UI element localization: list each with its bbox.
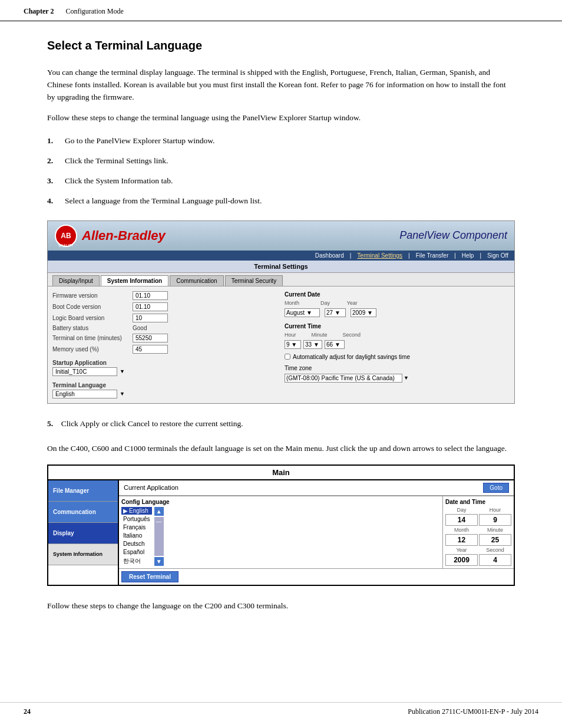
mp-month-value: 12 xyxy=(445,534,478,546)
terminal-lang-label: Terminal Language xyxy=(52,382,277,388)
second-select[interactable]: 66 ▼ xyxy=(325,340,345,349)
mp-bottom: Reset Terminal xyxy=(119,568,514,585)
mp-lang-selected-arrow: ▶ xyxy=(123,508,128,514)
step-5: 5. Click Apply or click Cancel to restor… xyxy=(47,418,515,430)
month-label: Month xyxy=(285,300,299,306)
mp-nav-system-info-label: System Information xyxy=(53,551,103,557)
mp-nav-communication-label: Communcation xyxy=(53,509,96,515)
mp-left-nav: File Manager Communcation Display System… xyxy=(48,480,119,585)
mp-hour-label: Hour xyxy=(479,507,511,513)
terminal-lang-dropdown-icon[interactable]: ▼ xyxy=(120,391,125,397)
tz-dropdown-icon[interactable]: ▼ xyxy=(404,375,409,381)
logic-board-label: Logic Board version xyxy=(52,315,129,321)
hour-label: Hour xyxy=(285,332,296,338)
steps-intro: Follow these steps to change the termina… xyxy=(47,112,515,124)
nav-terminal-settings[interactable]: Terminal Settings xyxy=(357,252,402,259)
page-footer: 24 Publication 2711C-UM001I-EN-P - July … xyxy=(0,702,562,716)
tab-communication[interactable]: Communication xyxy=(170,275,223,286)
mp-scroll-bar: — xyxy=(154,517,164,556)
mp-goto-button[interactable]: Goto xyxy=(483,483,509,493)
mp-year-label: Year xyxy=(445,547,478,553)
memory-value: 45 xyxy=(133,345,168,354)
tz-label: Time zone xyxy=(285,365,510,371)
battery-row: Battery status Good xyxy=(52,325,277,331)
step-2: 2. Click the Terminal Settings link. xyxy=(47,155,515,167)
page-number: 24 xyxy=(24,707,31,716)
battery-label: Battery status xyxy=(52,325,129,331)
main-panel: Main File Manager Communcation Display S… xyxy=(47,465,515,586)
mp-reset-terminal-button[interactable]: Reset Terminal xyxy=(121,571,178,582)
nav-file-transfer[interactable]: File Transfer xyxy=(416,252,449,259)
dst-row: Automatically adjust for daylight saving… xyxy=(285,354,510,360)
year-select[interactable]: 2009 ▼ xyxy=(351,308,376,317)
ts-left-col: Firmware version 01.10 Boot Code version… xyxy=(52,291,277,398)
mp-date-header: Date and Time xyxy=(445,499,511,505)
date-selects: August ▼ 27 ▼ 2009 ▼ xyxy=(285,308,510,317)
mp-nav-display[interactable]: Display xyxy=(48,523,118,544)
second-label: Second xyxy=(343,332,361,338)
mp-second-label: Second xyxy=(479,547,511,553)
hour-select[interactable]: 9 ▼ xyxy=(285,340,301,349)
section-title: Select a Terminal Language xyxy=(47,39,515,52)
tab-system-information[interactable]: System Information xyxy=(101,275,168,286)
publication-info: Publication 2711C-UM001I-EN-P - July 201… xyxy=(408,707,538,716)
startup-app-section: Startup Application Initial_T10C ▼ xyxy=(52,357,277,376)
terminal-lang-select[interactable]: English xyxy=(52,390,117,398)
dst-checkbox[interactable] xyxy=(285,354,290,360)
step-3: 3. Click the System Information tab. xyxy=(47,175,515,187)
step-1: 1. Go to the PanelView Explorer Startup … xyxy=(47,135,515,147)
mp-lang-portugues[interactable]: Português xyxy=(121,515,152,523)
nav-help[interactable]: Help xyxy=(462,252,474,259)
mp-day-label: Day xyxy=(445,507,478,513)
ab-header: AB Allen-Bradley PanelView Component xyxy=(48,221,514,251)
mp-date-grid: Day Hour 14 9 Month Minute 12 25 Year Se… xyxy=(445,507,511,566)
mp-minute-value: 25 xyxy=(479,534,511,546)
memory-row: Memory used (%) 45 xyxy=(52,345,277,354)
mp-nav-file-manager[interactable]: File Manager xyxy=(48,480,118,502)
mp-mid-section: Config Language ▶ English Português Fran… xyxy=(119,496,514,568)
mp-scroll-down[interactable]: ▼ xyxy=(154,557,164,566)
startup-app-select[interactable]: Initial_T10C xyxy=(52,367,117,376)
para-2: On the C400, C600 and C1000 terminals th… xyxy=(47,443,515,455)
step-4-text: Select a language from the Terminal Lang… xyxy=(65,195,262,207)
mp-nav-communication[interactable]: Communcation xyxy=(48,502,118,523)
tz-select[interactable]: (GMT-08:00) Pacific Time (US & Canada) xyxy=(285,374,402,383)
boot-code-label: Boot Code version xyxy=(52,304,129,310)
mp-lang-espanol[interactable]: Español xyxy=(121,548,152,556)
tab-terminal-security[interactable]: Terminal Security xyxy=(225,275,283,286)
mp-lang-italiano[interactable]: Italiano xyxy=(121,532,152,539)
current-date-label: Current Date xyxy=(285,291,510,298)
mp-scroll-btns: ▲ — ▼ xyxy=(154,507,164,566)
mp-scroll-up[interactable]: ▲ xyxy=(154,507,164,516)
ab-screenshot-panel: AB Allen-Bradley PanelView Component Das… xyxy=(47,220,515,404)
step-4-num: 4. xyxy=(47,195,59,207)
tz-select-row: (GMT-08:00) Pacific Time (US & Canada) ▼ xyxy=(285,374,510,383)
firmware-row: Firmware version 01.10 xyxy=(52,291,277,300)
mp-nav-file-manager-label: File Manager xyxy=(53,487,89,494)
current-time-label: Current Time xyxy=(285,323,510,330)
mp-lang-english[interactable]: ▶ English xyxy=(121,507,152,515)
mp-lang-deutsch[interactable]: Deutsch xyxy=(121,540,152,548)
ab-brand-name: Allen-Bradley xyxy=(82,228,166,243)
step-1-num: 1. xyxy=(47,135,59,147)
mp-year-value: 2009 xyxy=(445,554,478,566)
step-2-num: 2. xyxy=(47,155,59,167)
minute-select[interactable]: 33 ▼ xyxy=(303,340,322,349)
ts-right-col: Current Date Month Day Year August ▼ 27 … xyxy=(277,291,510,398)
tab-display-input[interactable]: Display/Input xyxy=(52,275,100,286)
step-4: 4. Select a language from the Terminal L… xyxy=(47,195,515,207)
mp-lang-francais[interactable]: Français xyxy=(121,523,152,531)
nav-dashboard[interactable]: Dashboard xyxy=(315,252,344,259)
mp-lang-korean[interactable]: 한국어 xyxy=(121,556,152,566)
main-panel-body: File Manager Communcation Display System… xyxy=(48,480,514,585)
mp-lang-english-label: English xyxy=(129,508,148,514)
month-select[interactable]: August ▼ xyxy=(285,308,320,317)
mp-current-app-header: Current Application Goto xyxy=(124,483,509,493)
nav-sign-off[interactable]: Sign Off xyxy=(487,252,508,259)
battery-value: Good xyxy=(133,325,209,331)
day-select[interactable]: 27 ▼ xyxy=(325,308,346,317)
step-5-num: 5. xyxy=(47,419,53,428)
step-1-text: Go to the PanelView Explorer Startup win… xyxy=(65,135,214,147)
mp-nav-system-info[interactable]: System Information xyxy=(48,544,118,565)
startup-app-dropdown-icon[interactable]: ▼ xyxy=(120,368,125,374)
